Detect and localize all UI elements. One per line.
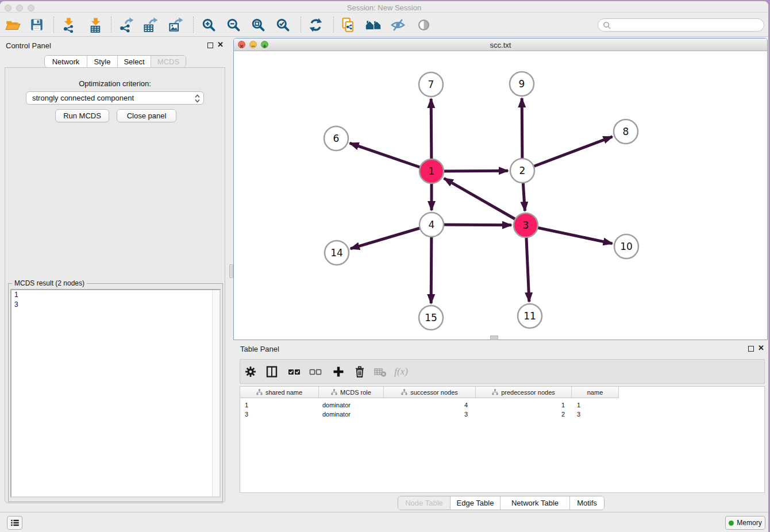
- tab-node-table[interactable]: Node Table: [398, 496, 451, 510]
- split-view-icon[interactable]: [264, 364, 280, 380]
- column-type-icon: [256, 389, 263, 395]
- zoom-out-icon[interactable]: [225, 16, 242, 33]
- function-builder-icon[interactable]: f(x): [393, 364, 409, 380]
- result-line: 1: [11, 290, 220, 300]
- table-toolbar: f(x): [240, 359, 765, 384]
- zoom-selected-icon[interactable]: [274, 16, 291, 33]
- toolbar-separator: [193, 17, 194, 33]
- table-panel-float-icon[interactable]: [748, 346, 754, 352]
- search-input[interactable]: [613, 20, 760, 30]
- zoom-fit-icon[interactable]: [249, 16, 267, 33]
- column-header-shared-name[interactable]: shared name: [240, 387, 319, 398]
- cell-mcds-role[interactable]: dominator: [319, 400, 384, 410]
- close-panel-button[interactable]: Close panel: [117, 109, 176, 122]
- graph-edge-3-10[interactable]: [526, 225, 613, 244]
- hide-eye-slash-icon[interactable]: [389, 16, 406, 33]
- select-all-checks-icon[interactable]: [286, 364, 302, 380]
- control-panel-close-icon[interactable]: ✕: [217, 42, 224, 48]
- graph-edge-3-1[interactable]: [444, 178, 526, 225]
- cell-name[interactable]: 3: [572, 410, 619, 419]
- graph-edge-2-8[interactable]: [522, 137, 613, 171]
- export-network-icon[interactable]: [117, 16, 134, 33]
- window-title: Session: New Session: [0, 3, 768, 12]
- toolbar-separator: [111, 17, 111, 33]
- zoom-in-icon[interactable]: [200, 16, 217, 33]
- cell-successor-nodes[interactable]: 3: [384, 410, 476, 419]
- optimization-criterion-label: Optimization criterion:: [5, 79, 225, 88]
- toolbar-separator: [333, 17, 334, 33]
- graph-node-label: 2: [519, 165, 526, 176]
- graph-edge-1-6[interactable]: [350, 143, 432, 171]
- control-panel-float-icon[interactable]: [207, 43, 213, 48]
- export-table-icon[interactable]: [141, 16, 159, 33]
- network-resize-grip[interactable]: [490, 336, 498, 340]
- tab-motifs[interactable]: Motifs: [570, 496, 604, 510]
- tab-style[interactable]: Style: [87, 56, 118, 67]
- delete-column-trash-icon[interactable]: [352, 364, 368, 380]
- memory-status-dot: [729, 521, 734, 526]
- column-type-icon: [492, 389, 498, 395]
- import-network-icon[interactable]: [60, 16, 77, 33]
- settings-gear-icon[interactable]: [242, 364, 259, 380]
- graph-node-label: 1: [429, 165, 435, 177]
- refresh-layout-icon[interactable]: [307, 16, 324, 33]
- tab-network-table[interactable]: Network Table: [500, 496, 570, 510]
- table-panel-tabs: Node Table Edge Table Network Table Moti…: [398, 496, 605, 510]
- show-all-houses-icon[interactable]: [364, 16, 382, 33]
- tab-mcds[interactable]: MCDS: [151, 56, 186, 67]
- mcds-panel: Optimization criterion: strongly connect…: [5, 67, 225, 503]
- dropdown-value: strongly connected component: [32, 94, 134, 102]
- column-label: predecessor nodes: [501, 389, 555, 396]
- panel-splitter-handle[interactable]: [229, 264, 233, 278]
- mcds-result-textarea[interactable]: 1 3: [10, 289, 221, 498]
- cell-successor-nodes[interactable]: 4: [384, 400, 476, 410]
- cell-shared-name[interactable]: 1: [240, 400, 319, 410]
- cell-name[interactable]: 1: [572, 400, 619, 410]
- table-panel-close-icon[interactable]: ✕: [758, 345, 764, 351]
- column-label: MCDS role: [340, 389, 371, 396]
- fx-label: f(x): [394, 366, 408, 377]
- table-row[interactable]: 1 dominator 4 1 1: [240, 400, 619, 410]
- preview-eye-icon[interactable]: [415, 16, 432, 33]
- memory-label: Memory: [737, 519, 761, 527]
- tab-network[interactable]: Network: [45, 56, 87, 67]
- graph-node-label: 6: [333, 133, 340, 144]
- cell-predecessor-nodes[interactable]: 2: [476, 410, 572, 419]
- network-canvas[interactable]: 1234678910111415: [234, 51, 767, 340]
- deselect-all-boxes-icon[interactable]: [307, 364, 324, 380]
- open-session-icon[interactable]: [4, 16, 21, 33]
- mcds-result-group: MCDS result (2 nodes) 1 3: [8, 283, 223, 502]
- delete-table-icon[interactable]: [372, 364, 388, 380]
- import-table-icon[interactable]: [87, 16, 104, 33]
- column-header-successor-nodes[interactable]: successor nodes: [384, 387, 476, 398]
- column-header-name[interactable]: name: [572, 387, 619, 398]
- cell-shared-name[interactable]: 3: [240, 410, 319, 419]
- tab-edge-table[interactable]: Edge Table: [451, 496, 500, 510]
- cell-mcds-role[interactable]: dominator: [319, 410, 384, 419]
- column-header-mcds-role[interactable]: MCDS role: [319, 387, 384, 398]
- cell-predecessor-nodes[interactable]: 1: [476, 400, 572, 410]
- result-scrollbar[interactable]: [212, 290, 220, 496]
- export-image-icon[interactable]: [167, 16, 184, 33]
- titlebar: Session: New Session: [0, 1, 768, 13]
- table-header-row: shared name MCDS role successor nodes pr…: [240, 387, 619, 398]
- network-window-titlebar[interactable]: scc.txt: [234, 38, 767, 51]
- add-column-icon[interactable]: [330, 364, 346, 380]
- column-type-icon: [331, 389, 337, 395]
- graph-node-label: 3: [523, 219, 529, 231]
- toolbar-separator: [53, 17, 54, 33]
- task-history-button[interactable]: [7, 516, 22, 530]
- tab-select[interactable]: Select: [118, 56, 151, 67]
- run-mcds-button[interactable]: Run MCDS: [55, 109, 109, 122]
- column-header-predecessor-nodes[interactable]: predecessor nodes: [476, 387, 572, 398]
- network-window: scc.txt 1234678910111415: [233, 38, 768, 340]
- clone-network-icon[interactable]: [339, 16, 356, 33]
- status-bar: Memory: [0, 512, 768, 532]
- graph-node-label: 7: [428, 79, 434, 90]
- column-label: name: [587, 389, 603, 396]
- memory-button[interactable]: Memory: [725, 516, 765, 530]
- graph-node-label: 10: [620, 241, 633, 252]
- optimization-criterion-select[interactable]: strongly connected component: [26, 91, 204, 105]
- table-row[interactable]: 3 dominator 3 2 3: [240, 410, 619, 419]
- save-session-icon[interactable]: [28, 16, 45, 33]
